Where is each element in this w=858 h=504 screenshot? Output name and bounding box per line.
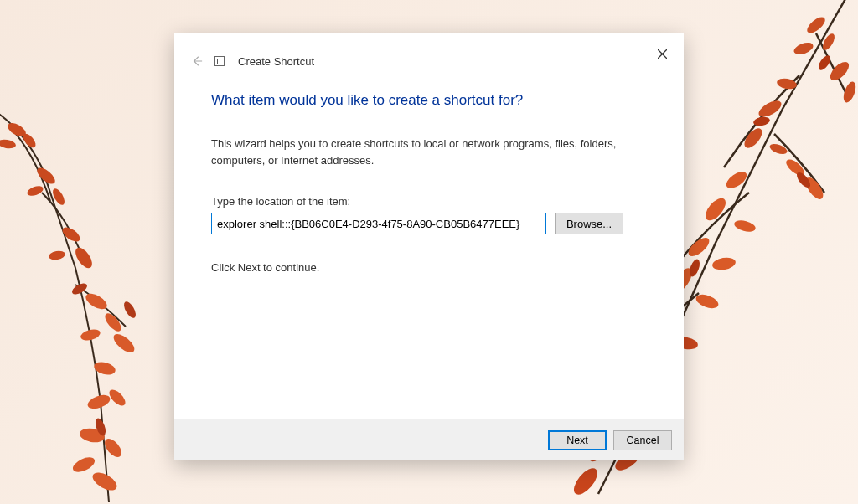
svg-point-21 xyxy=(70,281,89,297)
svg-point-2 xyxy=(0,138,17,150)
main-heading: What item would you like to create a sho… xyxy=(211,92,647,109)
svg-point-7 xyxy=(72,245,96,271)
svg-point-35 xyxy=(702,195,730,224)
svg-point-10 xyxy=(102,311,124,334)
svg-point-20 xyxy=(121,300,138,320)
shortcut-icon xyxy=(214,56,225,66)
location-input[interactable] xyxy=(211,213,546,234)
dialog-title: Create Shortcut xyxy=(238,55,314,68)
svg-point-12 xyxy=(111,331,137,356)
next-button[interactable]: Next xyxy=(548,430,607,450)
svg-point-8 xyxy=(48,249,65,260)
svg-point-0 xyxy=(6,121,28,139)
svg-point-15 xyxy=(106,387,127,408)
svg-point-30 xyxy=(742,126,766,151)
dialog-content: What item would you like to create a sho… xyxy=(174,69,684,291)
create-shortcut-dialog: Create Shortcut What item would you like… xyxy=(174,33,684,460)
svg-point-53 xyxy=(794,170,813,189)
svg-point-37 xyxy=(685,234,712,260)
svg-point-16 xyxy=(79,427,106,445)
svg-point-3 xyxy=(34,165,58,187)
svg-point-13 xyxy=(93,360,117,377)
svg-point-31 xyxy=(768,142,788,157)
dialog-header: Create Shortcut xyxy=(174,33,684,69)
svg-point-38 xyxy=(711,256,737,272)
continue-text: Click Next to continue. xyxy=(211,261,647,274)
svg-point-51 xyxy=(816,54,833,72)
instruction-text: This wizard helps you to create shortcut… xyxy=(211,136,647,168)
svg-point-34 xyxy=(724,168,750,192)
svg-point-52 xyxy=(752,116,770,126)
svg-point-50 xyxy=(570,465,602,499)
svg-point-28 xyxy=(776,77,798,90)
svg-point-29 xyxy=(757,97,784,120)
svg-point-32 xyxy=(783,157,807,178)
svg-point-11 xyxy=(80,327,101,342)
svg-point-24 xyxy=(820,32,837,52)
svg-point-36 xyxy=(733,219,757,234)
svg-point-26 xyxy=(827,59,852,84)
svg-point-19 xyxy=(90,469,120,494)
svg-point-40 xyxy=(694,292,720,311)
svg-point-5 xyxy=(26,184,44,198)
close-button[interactable] xyxy=(652,44,672,64)
svg-point-22 xyxy=(94,417,108,437)
browse-button[interactable]: Browse... xyxy=(555,213,623,234)
svg-point-25 xyxy=(793,40,815,56)
close-icon xyxy=(658,49,667,59)
back-arrow-icon xyxy=(191,55,203,67)
location-label: Type the location of the item: xyxy=(211,195,647,208)
svg-point-4 xyxy=(50,187,67,207)
svg-point-17 xyxy=(101,436,124,460)
svg-point-23 xyxy=(804,14,828,36)
svg-point-14 xyxy=(85,393,111,412)
back-button[interactable] xyxy=(189,54,204,69)
dialog-footer: Next Cancel xyxy=(174,419,684,460)
cancel-button[interactable]: Cancel xyxy=(613,430,672,450)
svg-point-6 xyxy=(60,224,83,244)
svg-point-9 xyxy=(83,291,109,312)
svg-point-33 xyxy=(803,175,827,203)
svg-point-1 xyxy=(21,131,39,150)
svg-point-54 xyxy=(688,258,702,278)
location-row: Browse... xyxy=(211,213,647,234)
svg-point-18 xyxy=(70,455,96,476)
svg-point-27 xyxy=(841,80,858,105)
